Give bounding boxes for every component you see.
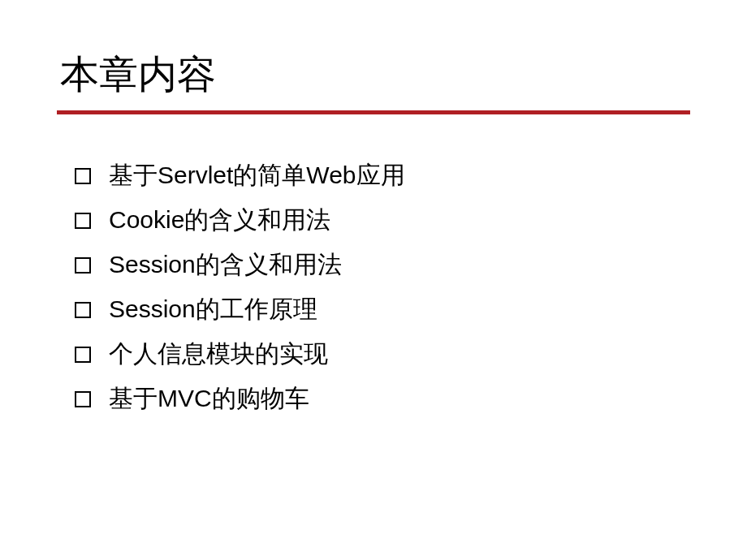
- content-list: 基于Servlet的简单Web应用 Cookie的含义和用法 Session的含…: [57, 159, 690, 416]
- list-item: Cookie的含义和用法: [75, 204, 690, 237]
- square-bullet-icon: [75, 213, 91, 229]
- list-item: 基于MVC的购物车: [75, 382, 690, 416]
- list-item-label: Session的含义和用法: [109, 248, 342, 282]
- list-item: 基于Servlet的简单Web应用: [75, 159, 690, 192]
- list-item: 个人信息模块的实现: [75, 338, 690, 371]
- list-item-label: 基于MVC的购物车: [109, 382, 309, 416]
- list-item: Session的工作原理: [75, 293, 690, 326]
- square-bullet-icon: [75, 257, 91, 274]
- title-divider: [57, 110, 690, 114]
- list-item: Session的含义和用法: [75, 248, 690, 282]
- list-item-label: 个人信息模块的实现: [109, 338, 328, 371]
- list-item-label: 基于Servlet的简单Web应用: [109, 159, 405, 192]
- list-item-label: Session的工作原理: [109, 293, 317, 326]
- square-bullet-icon: [75, 347, 91, 363]
- page-title: 本章内容: [57, 49, 690, 101]
- square-bullet-icon: [75, 391, 91, 407]
- square-bullet-icon: [75, 168, 91, 184]
- square-bullet-icon: [75, 302, 91, 318]
- list-item-label: Cookie的含义和用法: [109, 204, 330, 237]
